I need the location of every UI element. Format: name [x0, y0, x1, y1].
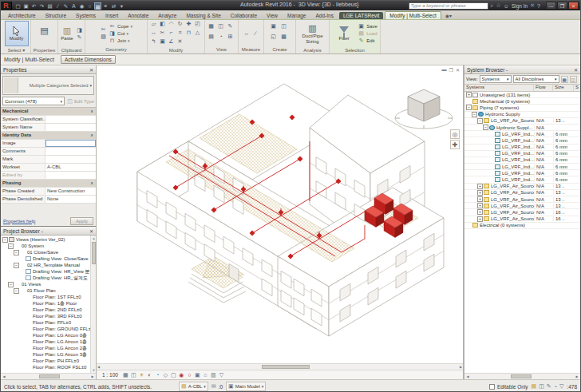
tree-expander-icon[interactable] [19, 339, 25, 345]
user-icon[interactable]: ☺ [504, 3, 509, 9]
apply-button[interactable]: Apply [70, 217, 93, 225]
project-browser-item[interactable]: − 01 Views [1, 281, 96, 287]
linework-icon[interactable]: ✎ [227, 23, 234, 33]
render-icon[interactable]: ◉ [78, 2, 85, 10]
tree-expander-icon[interactable] [19, 314, 25, 319]
print-icon[interactable]: ▤ [46, 2, 53, 10]
minimize-button[interactable]: — [546, 2, 556, 10]
project-browser-item[interactable]: Floor Plan: LG Aircon 2층 [1, 345, 96, 351]
system-browser-row[interactable]: LG_VRF_Ind... N/A 6 mm [464, 151, 580, 157]
properties-help-link[interactable]: Properties help [3, 219, 35, 224]
property-row[interactable]: Image [1, 140, 96, 148]
geometry-tool[interactable]: ⊓ Join ▾ [109, 38, 132, 44]
favorites-star-icon[interactable]: ☆ [496, 2, 501, 9]
column-extra[interactable]: S [574, 85, 580, 91]
project-browser-item[interactable]: Floor Plan: LG Aircon 3층 [1, 351, 96, 358]
render-view-icon[interactable]: ◔ [217, 34, 224, 43]
tree-expander-icon[interactable]: − [14, 263, 19, 268]
project-browser-item[interactable]: Drafting View: HR_View 분 [1, 268, 96, 275]
system-browser-row[interactable]: LG_VRF_Ind... N/A 6 mm [464, 131, 580, 137]
column-systems[interactable]: Systems [464, 85, 534, 91]
thin-lines-icon[interactable]: ≡ [102, 2, 109, 10]
tree-expander-icon[interactable] [19, 352, 25, 358]
selection-filter-icon[interactable]: ▽ [559, 383, 563, 390]
system-browser-row[interactable]: Mechanical (0 systems) [464, 98, 580, 105]
ribbon-tab[interactable]: Annotate [124, 12, 152, 19]
property-row[interactable]: System Name [1, 124, 96, 132]
tree-expander-icon[interactable] [488, 177, 494, 183]
ribbon-tab[interactable]: LGE LATSRevit [339, 12, 383, 19]
create-assembly-icon[interactable]: ◫ [280, 23, 287, 33]
scrollbar-thumb[interactable] [262, 365, 310, 369]
ribbon-tab[interactable]: Systems [72, 12, 100, 19]
autofit-columns-icon[interactable]: ▦ [561, 76, 568, 83]
paint-icon[interactable]: ▨ [100, 34, 107, 40]
tree-expander-icon[interactable] [19, 275, 25, 281]
system-browser-row[interactable]: LG_VRF_Ind... N/A 6 mm [464, 145, 580, 151]
tree-expander-icon[interactable] [488, 164, 494, 169]
scroll-left-icon[interactable]: ◀ [97, 365, 100, 369]
ribbon-tab[interactable]: View [263, 12, 282, 19]
scroll-right-icon[interactable]: ▶ [460, 365, 462, 369]
ribbon-tab[interactable]: Massing & Site [182, 12, 224, 19]
design-options-combo[interactable]: ▣ Main Model ▾ [226, 382, 266, 391]
tree-expander-icon[interactable] [488, 157, 494, 163]
scrollbar-thumb[interactable] [39, 374, 60, 378]
system-browser-row[interactable]: + LG_VRF_Air_Source... N/A 16 .. [464, 209, 580, 216]
filter-button[interactable]: Filter [332, 21, 356, 46]
offset-icon[interactable]: ◧ [159, 21, 166, 29]
angle-icon[interactable]: ∠ [168, 38, 175, 46]
unpin-icon[interactable]: ▣ [159, 38, 166, 46]
visual-style-icon[interactable]: ◫ [130, 371, 137, 379]
temporary-view-properties-icon[interactable]: ⌂ [202, 371, 209, 379]
ribbon-display-toggle[interactable]: ◉▾ [443, 12, 454, 19]
tree-expander-icon[interactable]: + [466, 92, 472, 97]
worksets-status-icon[interactable]: ▤ [532, 383, 537, 390]
scroll-right-icon[interactable]: ▶ [89, 374, 96, 380]
system-browser-row[interactable]: LG_VRF_Ind... N/A 6 mm [464, 170, 580, 176]
tree-expander-icon[interactable] [19, 327, 25, 332]
create-parts-icon[interactable]: ◱ [270, 34, 277, 43]
tree-expander-icon[interactable] [488, 145, 494, 150]
geometry-tool[interactable]: ✂ Cope ▾ [109, 23, 132, 30]
scrollbar-thumb[interactable] [92, 242, 96, 264]
project-browser-item[interactable]: Floor Plan: LG Aircon 1층 [1, 339, 96, 345]
ribbon-tab[interactable]: Collaborate [227, 12, 261, 19]
crop-view-icon[interactable]: ◇ [162, 371, 169, 379]
project-browser-item[interactable]: Floor Plan: LG Aircon 0층 [1, 332, 96, 339]
rotate-icon[interactable]: ↻ [176, 21, 184, 29]
system-browser-close-icon[interactable]: ✕ [574, 67, 578, 73]
project-browser-item[interactable]: Floor Plan: GROUND FFL± [1, 326, 96, 332]
project-browser-item[interactable]: Drafting View: HR_설계도 [1, 275, 96, 281]
cut-profile-icon[interactable]: ✂ [100, 26, 107, 33]
move-icon[interactable]: ✚ [185, 21, 192, 29]
links-status-icon[interactable]: ◫ [539, 383, 544, 390]
properties-button[interactable]: ▤ [33, 21, 56, 46]
scroll-down-icon[interactable]: ▼ [91, 367, 96, 373]
tree-expander-icon[interactable] [19, 269, 25, 275]
pin-icon[interactable]: ↰ [150, 38, 157, 46]
editable-only-toggle[interactable]: Editable Only [489, 384, 528, 390]
align-icon[interactable]: ▱ [150, 21, 157, 29]
load-selection-button[interactable]: ▤Load [358, 30, 377, 37]
system-browser-row[interactable]: + LG_VRF_Air_Source... N/A 13 .. [464, 190, 580, 196]
search-icon[interactable]: ⌕ [491, 2, 494, 9]
tree-expander-icon[interactable]: − [466, 105, 472, 110]
dimension-icon[interactable]: ✎ [62, 2, 69, 10]
project-browser-item[interactable]: − 02 HR_Template Manual [1, 262, 96, 268]
cutaway-icon[interactable]: ▤ [208, 34, 215, 43]
system-browser-row[interactable]: − Hydronic Suppl... N/A [464, 125, 580, 131]
view-hscrollbar[interactable]: ◀ ▶ [97, 363, 463, 370]
navigation-wheel-icon[interactable]: ◎ [450, 129, 460, 139]
scroll-up-icon[interactable]: ▲ [91, 236, 96, 241]
tree-expander-icon[interactable] [466, 98, 472, 104]
tree-expander-icon[interactable]: − [14, 250, 19, 255]
measure-between-icon[interactable]: ↔ [243, 30, 251, 37]
edit-selection-button[interactable]: ✎Edit [358, 38, 377, 44]
property-row[interactable]: Phasing [1, 180, 96, 188]
ribbon-tab[interactable]: Modify | Multi-Select [385, 11, 441, 19]
reveal-hidden-elements-icon[interactable]: ○ [186, 371, 193, 379]
system-browser-hscrollbar[interactable]: ◀ ▶ [464, 373, 580, 379]
project-browser-item[interactable]: − 00 System [1, 243, 96, 249]
help-icon[interactable]: ? [537, 3, 540, 9]
